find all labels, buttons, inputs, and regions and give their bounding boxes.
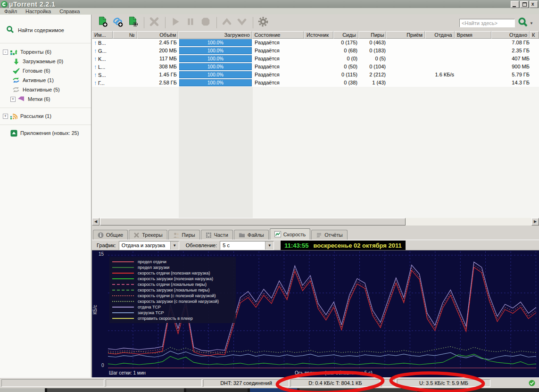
menu-item-help[interactable]: Справка — [55, 8, 84, 14]
expander-expand-icon[interactable]: + — [10, 97, 16, 102]
restore-button[interactable] — [520, 1, 529, 8]
graph-select[interactable]: Отдача и загрузка ▼ — [119, 241, 179, 250]
cell-down-speed — [388, 55, 426, 63]
cell-time — [456, 55, 493, 63]
progress-bar: 100.0% — [179, 79, 252, 86]
column-header-k[interactable]: К — [530, 31, 539, 39]
scroll-thumb[interactable] — [100, 218, 406, 225]
torrent-row[interactable]: ↑K...117 МБ100.0%Раздаётся0 (0)0 (5)407 … — [92, 55, 539, 63]
create-torrent-button[interactable] — [126, 16, 140, 29]
sidebar-item-torrents[interactable]: -Торренты (6) — [0, 47, 91, 57]
sidebar-item-active[interactable]: Активные (1) — [0, 75, 91, 85]
tab-pieces[interactable]: Части — [201, 230, 233, 240]
cell-up-speed — [426, 63, 456, 71]
tab-files[interactable]: Файлы — [234, 230, 269, 240]
h-scrollbar[interactable]: ◀ ▶ — [92, 218, 539, 225]
torrent-row[interactable]: ↑G...200 МБ100.0%Раздаётся0 (68)0 (183)2… — [92, 47, 539, 55]
legend-item: отдача TCP — [112, 304, 233, 310]
column-header-up-speed[interactable]: Отдача — [425, 31, 455, 39]
tab-reports[interactable]: Отчёты — [311, 230, 347, 240]
legend-swatch — [112, 318, 134, 319]
network-status-icon[interactable] — [529, 380, 535, 388]
column-header-down-speed[interactable]: Приём — [386, 31, 425, 39]
column-header-status[interactable]: Состояние — [252, 31, 305, 39]
legend-label: предел загрузки — [138, 265, 169, 270]
toolbar-separator — [165, 17, 166, 28]
cell-time — [456, 71, 493, 79]
close-button[interactable]: x — [530, 1, 538, 8]
remove-icon — [149, 17, 159, 29]
expander-collapse-icon[interactable]: - — [3, 50, 8, 55]
expander-expand-icon[interactable]: + — [3, 114, 8, 119]
cell-number — [113, 55, 137, 63]
update-select[interactable]: 5 с ▼ — [220, 241, 274, 250]
speed-controls: График: Отдача и загрузка ▼ Обновление: … — [92, 240, 539, 250]
add-torrent-button[interactable] — [96, 16, 110, 29]
sidebar-item-inactive[interactable]: Неактивные (5) — [0, 85, 91, 94]
legend-item: предел загрузки — [112, 265, 233, 270]
torrent-row[interactable]: ↑S...1.45 ГБ100.0%Раздаётся0 (115)2 (212… — [92, 71, 539, 79]
torrent-row[interactable]: ↑L...308 МБ100.0%Раздаётся0 (50)0 (104)9… — [92, 63, 539, 71]
tab-peers[interactable]: Пиры — [168, 230, 200, 240]
tab-speed[interactable]: Скорость — [270, 228, 311, 240]
column-header-number[interactable]: № — [113, 31, 137, 39]
add-link-button[interactable] — [111, 16, 125, 29]
graph-select-value: Отдача и загрузка — [119, 242, 170, 248]
cell-source — [305, 47, 334, 55]
add-link-icon — [112, 17, 124, 29]
cell-done: 100.0% — [179, 71, 253, 79]
reports-tab-icon — [316, 232, 322, 238]
legend-item: отправить скорость в плеер — [112, 316, 233, 321]
search-input[interactable] — [459, 19, 515, 27]
pieces-tab-icon — [206, 232, 212, 238]
column-header-seeds[interactable]: Сиды — [333, 31, 358, 39]
cell-down-speed — [388, 39, 426, 47]
scroll-left-button[interactable]: ◀ — [92, 218, 100, 225]
sidebar-item-completed[interactable]: Готовые (6) — [0, 66, 91, 75]
sidebar-item-label: Рассылки (1) — [20, 113, 51, 119]
trackers-tab-icon — [133, 232, 140, 238]
scroll-right-button[interactable]: ▶ — [531, 218, 539, 225]
legend-item: загрузка TCP — [112, 310, 233, 316]
cell-down-speed — [388, 79, 426, 87]
cell-peers: 2 (212) — [359, 71, 388, 79]
preferences-icon — [257, 16, 269, 29]
sidebar-item-labels[interactable]: +Метки (6) — [0, 94, 91, 104]
search-dropdown-icon[interactable]: ▼ — [530, 21, 533, 25]
column-header-uploaded[interactable]: Отдано — [491, 31, 530, 39]
cell-time — [456, 47, 493, 55]
find-content-button[interactable]: Найти содержимое — [6, 25, 91, 35]
menu-item-settings[interactable]: Настройка — [21, 8, 55, 14]
sidebar-item-feeds[interactable]: +Рассылки (1) — [0, 111, 91, 121]
torrent-row[interactable]: ↑B...2.45 ГБ100.0%Раздаётся0 (175)0 (463… — [92, 39, 539, 47]
column-header-peers[interactable]: Пиры — [358, 31, 387, 39]
tab-general[interactable]: Общие — [93, 230, 128, 240]
search-icon[interactable] — [518, 17, 528, 29]
column-header-done[interactable]: Загружено — [178, 31, 252, 39]
column-header-name[interactable]: Им... — [92, 31, 113, 39]
speed-graph-panel: 15 0 КБ/с предел отдачипредел загрузкиск… — [92, 250, 539, 377]
torrent-row[interactable]: ↑Г...2.58 ГБ100.0%Раздаётся0 (38)1 (43)1… — [92, 79, 539, 87]
cell-number — [113, 79, 137, 87]
preferences-button[interactable] — [256, 16, 270, 29]
menu-item-file[interactable]: Файл — [0, 8, 21, 14]
app-logo-icon — [1, 1, 8, 8]
tab-trackers[interactable]: Трекеры — [129, 230, 167, 240]
legend-item: предел отдачи — [112, 259, 233, 265]
sidebar-item-downloading[interactable]: Загружаемые (0) — [0, 57, 91, 66]
cell-status: Раздаётся — [253, 63, 305, 71]
column-header-time[interactable]: Время — [455, 31, 492, 39]
cell-status: Раздаётся — [253, 71, 305, 79]
minimize-button[interactable] — [511, 1, 519, 8]
torrent-list: ↑B...2.45 ГБ100.0%Раздаётся0 (175)0 (463… — [92, 39, 539, 218]
download-rate-line — [108, 354, 536, 365]
sidebar-item-apps[interactable]: Приложения (новых: 25) — [0, 128, 91, 138]
chevron-down-icon[interactable]: ▼ — [265, 242, 274, 250]
taskbar-strip — [0, 388, 539, 392]
chevron-down-icon[interactable]: ▼ — [170, 242, 179, 250]
sidebar-item-label: Приложения (новых: 25) — [20, 130, 79, 136]
cell-source — [305, 55, 334, 63]
column-header-source[interactable]: Источник — [304, 31, 333, 39]
column-header-size[interactable]: Объём — [137, 31, 179, 39]
cell-up-speed: 1.6 КБ/s — [426, 71, 456, 79]
